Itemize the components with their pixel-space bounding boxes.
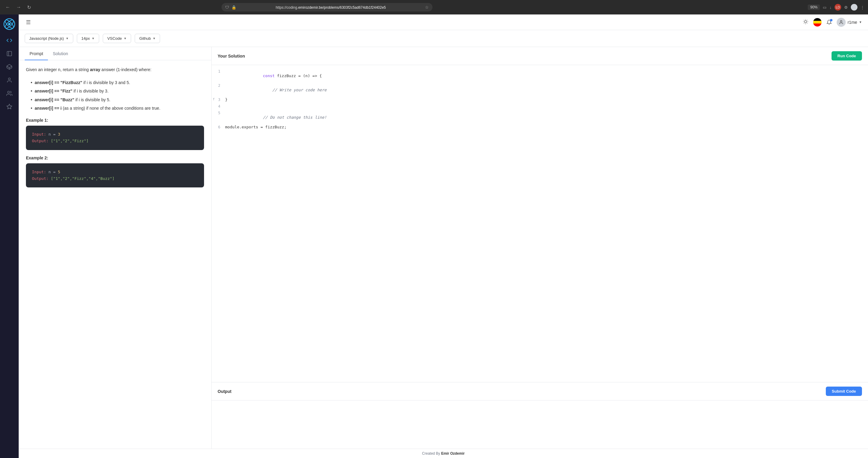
line-number-3: f3 (212, 97, 225, 102)
download-icon: ↓ (830, 5, 832, 10)
list-item: answer[i] == "Fizz" if i is divisible by… (31, 87, 204, 95)
bookmark-icon: ▭ (823, 5, 827, 10)
forward-button[interactable]: → (14, 3, 23, 11)
theme-dropdown-arrow: ▼ (124, 37, 127, 40)
tab-prompt[interactable]: Prompt (25, 47, 48, 60)
top-bar-right: r1me ▼ (803, 18, 862, 27)
zoom-badge: 90% (808, 4, 820, 10)
sidebar-item-chart[interactable] (4, 101, 15, 112)
user-avatar (837, 18, 846, 27)
address-bar[interactable]: 🛡 🔒 https://coding.emirozdemir.be/proble… (221, 3, 433, 11)
refresh-button[interactable]: ↻ (25, 3, 33, 11)
example2-code: Input: n = 5 Output: ["1","2","Fizz","4"… (26, 163, 204, 188)
lock-icon: 🔒 (231, 5, 236, 10)
code-line-6: 6 module.exports = fizzBuzz; (212, 125, 868, 131)
integration-label: Github (139, 36, 151, 41)
code-line-1: 1 const fizzBuzz = (n) => { (212, 69, 868, 83)
main-content: ☰ (19, 14, 868, 458)
example1-code: Input: n = 3 Output: ["1","2","Fizz"] (26, 126, 204, 150)
output-header: Output Submit Code (212, 382, 868, 400)
toolbar: Javascript (Node.js) ▼ 14px ▼ VSCode ▼ G… (19, 30, 868, 47)
theme-dropdown[interactable]: VSCode ▼ (103, 34, 131, 43)
profile-red-icon: LD (835, 4, 841, 10)
language-label: Javascript (Node.js) (29, 36, 64, 41)
line-content-3: } (225, 97, 227, 102)
problem-content: Given an integer n, return a string arra… (19, 60, 211, 195)
svg-rect-4 (7, 52, 12, 56)
sidebar-item-group[interactable] (4, 88, 15, 99)
svg-point-1 (8, 23, 10, 25)
bell-icon[interactable] (827, 20, 832, 25)
code-line-3: f3 } (212, 97, 868, 104)
top-bar: ☰ (19, 14, 868, 30)
theme-label: VSCode (107, 36, 122, 41)
user-dropdown-arrow: ▼ (859, 21, 862, 24)
run-code-button[interactable]: Run Code (832, 51, 862, 61)
shield-icon: 🛡 (225, 5, 229, 10)
output-body (212, 400, 868, 449)
submit-code-button[interactable]: Submit Code (826, 387, 862, 396)
bullet-list: answer[i] == "FizzBuzz" if i is divisibl… (31, 78, 204, 113)
svg-point-11 (804, 21, 807, 23)
svg-point-9 (7, 91, 10, 93)
sidebar-item-user[interactable] (4, 75, 15, 86)
fontsize-dropdown[interactable]: 14px ▼ (77, 34, 99, 43)
example1-title: Example 1: (26, 118, 204, 123)
user-name: r1me (847, 20, 857, 25)
editor-title: Your Solution (218, 54, 245, 59)
output-title: Output (218, 389, 231, 394)
app-logo (3, 18, 16, 30)
code-editor[interactable]: 1 const fizzBuzz = (n) => { 2 // Write y… (212, 65, 868, 382)
hamburger-button[interactable]: ☰ (25, 18, 32, 27)
split-pane: Prompt Solution Given an integer n, retu… (19, 47, 868, 449)
tabs: Prompt Solution (19, 47, 211, 60)
bell-badge (830, 19, 832, 22)
footer-text: Created By Emir Ozdemir (422, 451, 464, 456)
browser-right-icons: 90% ▭ ↓ LD ⚙ ⋮ (808, 4, 864, 10)
app-container: ☰ (0, 14, 868, 458)
browser-chrome: ← → ↻ 🛡 🔒 https://coding.emirozdemir.be/… (0, 0, 868, 14)
user-menu[interactable]: r1me ▼ (837, 18, 862, 27)
profile-avatar (851, 4, 858, 10)
extensions-icon: ⚙ (844, 5, 848, 10)
example2-title: Example 2: (26, 156, 204, 160)
svg-marker-10 (7, 104, 12, 109)
code-line-2: 2 // Write your code here (212, 83, 868, 97)
code-line-5: 5 // Do not change this line! (212, 110, 868, 125)
fontsize-dropdown-arrow: ▼ (92, 37, 95, 40)
output-section: Output Submit Code (212, 382, 868, 449)
svg-line-18 (804, 23, 804, 23)
line-number-5: 5 (212, 110, 225, 115)
svg-line-15 (807, 23, 807, 23)
integration-dropdown[interactable]: Github ▼ (135, 34, 160, 43)
line-content-2: // Write your code here (225, 83, 327, 97)
svg-line-14 (804, 20, 804, 20)
sidebar-item-stack[interactable] (4, 62, 15, 72)
line-number-2: 2 (212, 83, 225, 88)
sidebar (0, 14, 19, 458)
language-dropdown[interactable]: Javascript (Node.js) ▼ (25, 34, 73, 43)
editor-section: Your Solution Run Code 1 const fizzBuzz … (212, 47, 868, 382)
list-item: answer[i] == i (as a string) if none of … (31, 104, 204, 112)
top-bar-left: ☰ (25, 18, 32, 27)
line-number-4: 4 (212, 104, 225, 108)
flag-icon[interactable] (813, 18, 822, 27)
url-text: https://coding.emirozdemir.be/problems/6… (276, 5, 386, 10)
footer-author-link[interactable]: Emir Ozdemir (441, 451, 465, 456)
sidebar-item-notebook[interactable] (4, 48, 15, 59)
integration-dropdown-arrow: ▼ (153, 37, 156, 40)
url-display: https://coding.emirozdemir.be/problems/6… (239, 5, 423, 10)
sun-icon[interactable] (803, 19, 808, 26)
back-button[interactable]: ← (4, 3, 12, 11)
sidebar-item-code[interactable] (4, 35, 15, 46)
fontsize-label: 14px (82, 36, 90, 41)
tab-solution[interactable]: Solution (48, 47, 73, 60)
line-content-1: const fizzBuzz = (n) => { (225, 69, 322, 83)
menu-icon: ⋮ (861, 5, 864, 10)
star-icon: ☆ (425, 5, 429, 10)
editor-header: Your Solution Run Code (212, 47, 868, 65)
svg-line-19 (807, 20, 807, 20)
right-pane: Your Solution Run Code 1 const fizzBuzz … (212, 47, 868, 449)
footer: Created By Emir Ozdemir (19, 449, 868, 458)
code-line-4: 4 (212, 104, 868, 110)
